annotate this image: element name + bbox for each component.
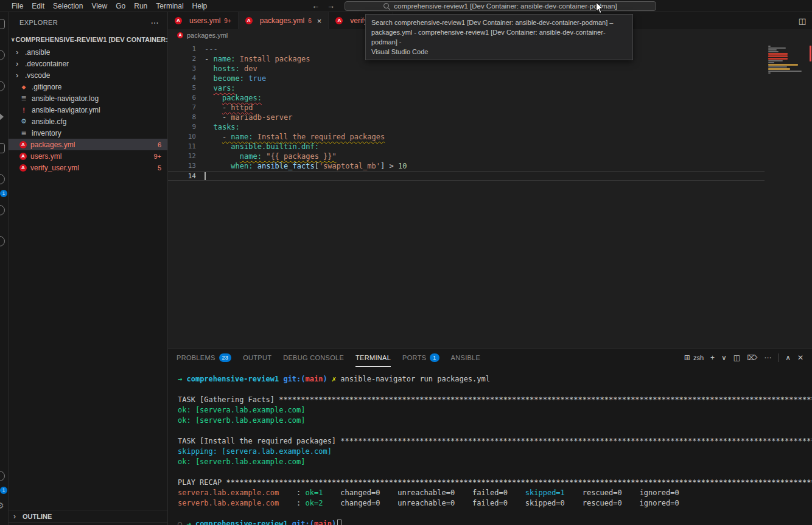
kill-terminal-button[interactable]: ⌦	[747, 353, 757, 362]
activity-item-search[interactable]	[0, 50, 8, 74]
workspace-root-label: COMPREHENSIVE-REVIEW1 [DEV CONTAINER: A.…	[16, 36, 167, 43]
minimap[interactable]	[765, 41, 812, 348]
menu-help[interactable]: Help	[188, 2, 212, 10]
terminal-line: skipping: [servera.lab.example.com]	[178, 447, 812, 457]
activity-item-source-control[interactable]	[0, 81, 8, 105]
tree-item-.gitignore[interactable]: ◆.gitignore	[9, 81, 167, 92]
activity-item-ansible[interactable]	[0, 205, 8, 229]
workspace-root[interactable]: ∨ COMPREHENSIVE-REVIEW1 [DEV CONTAINER: …	[9, 33, 167, 46]
editor-line-4[interactable]: 4 become: true	[168, 74, 812, 83]
vscode-window: FileEditSelectionViewGoRunTerminalHelp ←…	[0, 0, 812, 525]
editor-line-10[interactable]: 10 - name: Install the required packages	[168, 132, 812, 142]
menu-view[interactable]: View	[87, 2, 111, 10]
tab-packages.yml[interactable]: Apackages.yml6×	[239, 12, 329, 29]
activity-item-account[interactable]: 1	[0, 471, 8, 495]
panel-tab-ports[interactable]: PORTS1	[402, 349, 439, 367]
file-name: ansible.cfg	[32, 117, 66, 126]
editor-line-7[interactable]: 7 - httpd	[168, 103, 812, 113]
terminal-line: → comprehensive-review1 git:(main) ✗ ans…	[178, 374, 812, 384]
tab-users.yml[interactable]: Ausers.yml9+	[168, 12, 239, 29]
terminal-line	[178, 467, 812, 478]
menu-terminal[interactable]: Terminal	[152, 2, 187, 10]
menu-edit[interactable]: Edit	[27, 2, 49, 10]
tree-item-packages.yml[interactable]: Apackages.yml6	[9, 139, 167, 150]
activity-item-explorer[interactable]	[0, 19, 8, 43]
panel-tab-output[interactable]: OUTPUT	[243, 349, 271, 367]
editor-line-9[interactable]: 9 tasks:	[168, 122, 812, 132]
split-terminal-button[interactable]: ◫	[733, 353, 740, 362]
editor-line-3[interactable]: 3 hosts: dev	[168, 64, 812, 74]
panel-tab-ansible[interactable]: ANSIBLE	[451, 349, 481, 367]
terminal-tab-icon: ⊞	[684, 353, 690, 362]
activity-bar-top: 1	[0, 12, 8, 260]
split-editor-icon[interactable]: ◫	[799, 16, 806, 26]
panel-tab-debug-console[interactable]: DEBUG CONSOLE	[283, 349, 344, 367]
tree-item-users.yml[interactable]: Ausers.yml9+	[9, 150, 167, 162]
close-icon[interactable]: ×	[317, 16, 322, 26]
tree-item-ansible-navigator.log[interactable]: ≣ansible-navigator.log	[9, 92, 167, 104]
command-center-search[interactable]: comprehensive-review1 [Dev Container: an…	[345, 1, 656, 11]
minimap-line	[768, 58, 788, 60]
line-content: packages:	[196, 93, 262, 103]
line-number: 6	[168, 93, 196, 103]
line-content: tasks:	[196, 122, 240, 132]
minimap-line	[768, 53, 788, 55]
chevron-down-icon: ∨	[11, 37, 15, 43]
minimap-line	[768, 60, 783, 61]
close-panel-button[interactable]: ✕	[797, 353, 803, 362]
panel-tabs: PROBLEMS23OUTPUTDEBUG CONSOLETERMINALPOR…	[177, 349, 480, 367]
line-number: 12	[168, 151, 196, 161]
menu-file[interactable]: File	[7, 2, 27, 10]
line-content: - mariadb-server	[196, 113, 293, 122]
activity-item-remote-explorer[interactable]: 1	[0, 174, 8, 198]
tree-item-inventory[interactable]: ≣inventory	[9, 127, 167, 139]
maximize-panel-button[interactable]: ∧	[785, 353, 791, 362]
sidebar-explorer: EXPLORER ⋯ ∨ COMPREHENSIVE-REVIEW1 [DEV …	[9, 12, 168, 525]
minimap-line	[768, 71, 802, 72]
editor-line-5[interactable]: 5 vars:	[168, 83, 812, 93]
back-button[interactable]: ←	[312, 1, 320, 10]
editor-line-12[interactable]: 12 name: "{{ packages }}"	[168, 151, 812, 161]
chevron-right-icon: ›	[16, 47, 23, 57]
activity-item-settings[interactable]: ⚙	[0, 501, 8, 525]
editor-line-11[interactable]: 11 ansible.builtin.dnf:	[168, 142, 812, 151]
editor-line-6[interactable]: 6 packages:	[168, 93, 812, 103]
forward-button[interactable]: →	[327, 1, 335, 10]
more-actions-icon[interactable]: ⋯	[151, 18, 159, 27]
tree-item-verify_user.yml[interactable]: Averify_user.yml5	[9, 162, 167, 173]
menu-selection[interactable]: Selection	[49, 2, 87, 10]
more-actions-icon: ⋯	[764, 353, 771, 362]
menu-run[interactable]: Run	[130, 2, 152, 10]
tree-item-.devcontainer[interactable]: ›.devcontainer	[9, 58, 167, 69]
code-editor[interactable]: 1---2- name: Install packages3 hosts: de…	[168, 41, 812, 348]
tree-item-ansible.cfg[interactable]: ⚙ansible.cfg	[9, 116, 167, 127]
editor-line-14[interactable]: 14	[168, 171, 812, 181]
terminal-line: serverb.lab.example.com : ok=2 changed=0…	[178, 498, 812, 509]
tree-item-ansible-navigator.yml[interactable]: !ansible-navigator.yml	[9, 104, 167, 116]
panel-tab-problems[interactable]: PROBLEMS23	[177, 349, 231, 367]
terminal[interactable]: → comprehensive-review1 git:(main) ✗ ans…	[168, 367, 812, 525]
file-name: ansible-navigator.yml	[32, 106, 100, 114]
menu-go[interactable]: Go	[111, 2, 130, 10]
editor-line-13[interactable]: 13 when: ansible_facts['swaptotal_mb'] >…	[168, 161, 812, 171]
terminal-tab-button[interactable]: ⊞zsh	[684, 353, 704, 362]
ansible-file-icon: A	[335, 17, 343, 24]
outline-section[interactable]: › OUTLINE	[9, 510, 167, 522]
panel-tab-terminal[interactable]: TERMINAL	[355, 349, 391, 367]
activity-item-extensions[interactable]	[0, 143, 8, 167]
breadcrumb-file: packages.yml	[187, 32, 228, 39]
tree-item-.ansible[interactable]: ›.ansible	[9, 46, 167, 58]
launch-profile-icon: ∨	[721, 353, 727, 362]
chevron-right-icon: ›	[16, 71, 23, 80]
timeline-section[interactable]: › TIMELINE	[9, 522, 167, 525]
panel-tab-label: PORTS	[402, 354, 426, 361]
activity-item-run-debug[interactable]	[0, 112, 8, 136]
more-actions-button[interactable]: ⋯	[764, 353, 771, 362]
terminal-line: ok: [serverb.lab.example.com]	[178, 415, 812, 426]
activity-item-containers[interactable]	[0, 236, 8, 260]
new-terminal-button[interactable]: +	[710, 353, 715, 362]
launch-profile-button[interactable]: ∨	[721, 353, 727, 362]
tree-item-.vscode[interactable]: ›.vscode	[9, 69, 167, 81]
editor-line-8[interactable]: 8 - mariadb-server	[168, 113, 812, 122]
file-name: .gitignore	[32, 83, 61, 91]
